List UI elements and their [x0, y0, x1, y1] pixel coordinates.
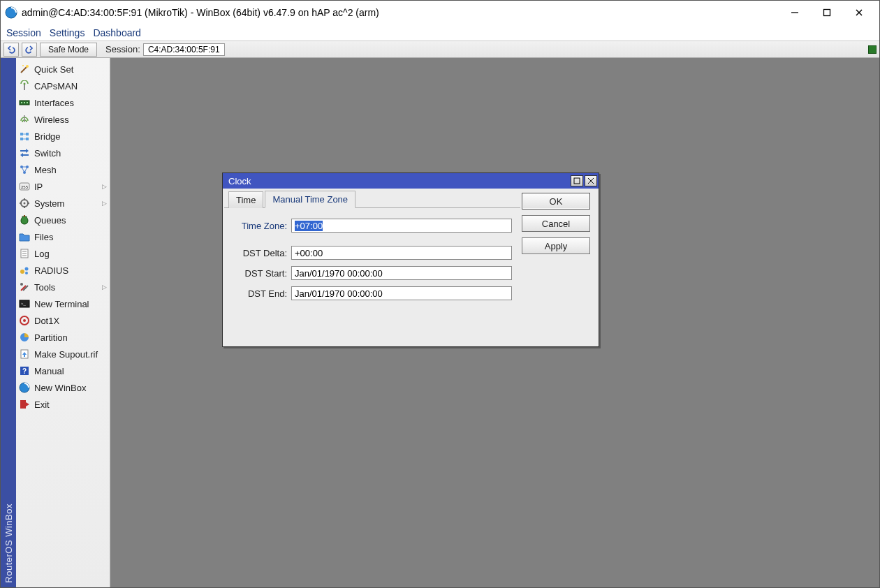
sidebar-item-files[interactable]: Files	[16, 228, 110, 245]
svg-text:255: 255	[21, 185, 29, 189]
sidebar-item-mesh[interactable]: Mesh	[16, 161, 110, 178]
sidebar-item-label: New WinBox	[34, 383, 86, 393]
window-close-button[interactable]	[843, 1, 875, 24]
sidebar-item-quick-set[interactable]: Quick Set	[16, 61, 110, 78]
ok-button[interactable]: OK	[522, 193, 590, 210]
radius-icon	[17, 265, 31, 276]
svg-rect-18	[26, 138, 29, 140]
sidebar-item-radius[interactable]: RADIUS	[16, 262, 110, 279]
sidebar-item-label: Quick Set	[34, 64, 73, 75]
sidebar-item-system[interactable]: System▷	[16, 195, 110, 212]
svg-point-9	[24, 83, 26, 85]
dst-end-input[interactable]	[291, 286, 512, 300]
clock-window: Clock Time Manual Time Zone Time Zone:	[222, 172, 599, 347]
sidebar-item-tools[interactable]: Tools▷	[16, 279, 110, 295]
interfaces-icon	[17, 97, 31, 108]
sidebar-item-log[interactable]: Log	[16, 245, 110, 262]
time-zone-label: Time Zone:	[233, 221, 287, 231]
svg-point-6	[26, 65, 29, 68]
window-maximize-button[interactable]	[811, 1, 843, 24]
menu-session[interactable]: Session	[6, 26, 50, 40]
svg-point-53	[23, 319, 26, 322]
supout-icon	[17, 348, 31, 360]
sidebar-item-interfaces[interactable]: Interfaces	[16, 94, 110, 111]
sidebar-item-label: Tools	[34, 282, 55, 293]
cancel-button[interactable]: Cancel	[522, 215, 590, 232]
connection-status-icon	[868, 45, 877, 54]
menu-settings[interactable]: Settings	[50, 26, 94, 40]
redo-button[interactable]	[22, 43, 37, 57]
tab-time[interactable]: Time	[228, 191, 263, 208]
sidebar-item-partition[interactable]: Partition	[16, 329, 110, 346]
sidebar: Quick SetCAPsMANInterfacesWirelessBridge…	[16, 58, 110, 587]
clock-window-close-button[interactable]	[585, 175, 597, 186]
workspace[interactable]: Clock Time Manual Time Zone Time Zone:	[110, 58, 879, 587]
menubar: Session Settings Dashboard	[1, 24, 879, 41]
svg-rect-62	[574, 178, 580, 184]
sidebar-item-label: Partition	[34, 332, 68, 343]
undo-button[interactable]	[3, 43, 19, 57]
sidebar-item-new-terminal[interactable]: >_New Terminal	[16, 295, 110, 312]
sidebar-item-switch[interactable]: Switch	[16, 145, 110, 161]
dst-start-input[interactable]	[291, 266, 512, 280]
svg-line-29	[22, 167, 24, 172]
sidebar-item-exit[interactable]: Exit	[16, 396, 110, 413]
sidebar-item-bridge[interactable]: Bridge	[16, 128, 110, 145]
dst-delta-input[interactable]	[291, 246, 512, 260]
svg-rect-16	[26, 133, 29, 135]
menu-dashboard[interactable]: Dashboard	[93, 26, 149, 40]
clock-window-maximize-button[interactable]	[571, 175, 583, 186]
dst-delta-label: DST Delta:	[233, 248, 287, 258]
sidebar-item-dot1x[interactable]: Dot1X	[16, 312, 110, 329]
session-value[interactable]: C4:AD:34:00:5F:91	[143, 43, 225, 56]
chevron-right-icon: ▷	[102, 200, 107, 207]
sidebar-item-label: Queues	[34, 215, 66, 226]
session-label: Session:	[105, 44, 140, 54]
svg-point-44	[20, 270, 24, 274]
sidebar-item-make-supout-rif[interactable]: Make Supout.rif	[16, 346, 110, 362]
tab-manual-time-zone[interactable]: Manual Time Zone	[265, 191, 355, 208]
dst-end-label: DST End:	[233, 288, 287, 299]
sidebar-item-label: RADIUS	[34, 265, 68, 276]
tools-icon	[17, 281, 31, 293]
exit-icon	[17, 399, 31, 410]
svg-line-5	[21, 67, 27, 73]
svg-point-7	[22, 65, 24, 66]
window-titlebar: admin@C4:AD:34:00:5F:91 (MikroTik) - Win…	[1, 1, 879, 24]
sidebar-item-label: IP	[34, 182, 43, 192]
sidebar-item-label: Manual	[34, 366, 64, 376]
sidebar-item-label: Interfaces	[34, 98, 74, 108]
sidebar-item-queues[interactable]: Queues	[16, 212, 110, 228]
time-zone-input[interactable]	[291, 219, 512, 233]
app-icon	[5, 6, 17, 19]
sidebar-item-label: System	[34, 198, 64, 209]
clock-window-titlebar[interactable]: Clock	[223, 173, 599, 189]
sidebar-item-label: Exit	[34, 399, 50, 410]
svg-text:?: ?	[22, 367, 27, 375]
clock-tabs: Time Manual Time Zone	[224, 190, 520, 208]
window-minimize-button[interactable]	[779, 1, 811, 24]
sidebar-item-ip[interactable]: 255IP▷	[16, 178, 110, 195]
sidebar-item-manual[interactable]: ?Manual	[16, 362, 110, 379]
svg-point-34	[24, 203, 26, 205]
svg-marker-61	[26, 402, 29, 406]
svg-point-45	[25, 267, 29, 271]
sidebar-item-label: CAPsMAN	[34, 81, 78, 91]
sidebar-item-wireless[interactable]: Wireless	[16, 111, 110, 128]
sidebar-item-label: Files	[34, 232, 53, 242]
svg-point-46	[25, 272, 28, 274]
sidebar-item-label: Bridge	[34, 131, 61, 142]
apply-button[interactable]: Apply	[522, 237, 590, 254]
svg-rect-12	[24, 102, 25, 103]
wireless-icon	[17, 114, 31, 125]
svg-rect-2	[824, 10, 830, 16]
svg-rect-11	[21, 102, 22, 103]
sidebar-item-new-winbox[interactable]: New WinBox	[16, 379, 110, 396]
partition-icon	[17, 332, 31, 343]
system-icon	[17, 198, 31, 209]
svg-point-49	[20, 283, 23, 286]
sidebar-item-capsman[interactable]: CAPsMAN	[16, 78, 110, 94]
safe-mode-button[interactable]: Safe Mode	[40, 43, 97, 57]
sidebar-brand-text: RouterOS WinBox	[3, 504, 14, 583]
manual-icon: ?	[17, 365, 31, 376]
